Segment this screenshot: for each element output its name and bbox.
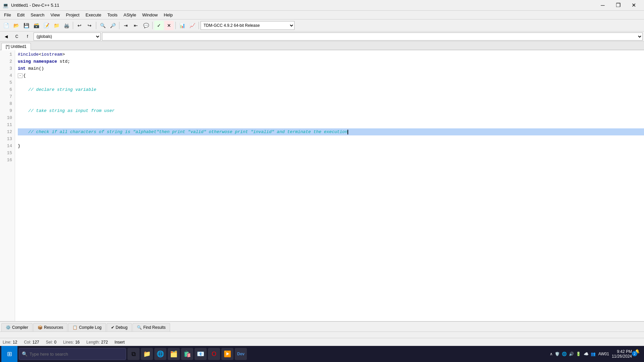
- compiler-select[interactable]: TDM-GCC 4.9.2 64-bit Release: [201, 21, 294, 30]
- log-icon: 📋: [72, 325, 77, 330]
- status-mode: Insert: [115, 340, 125, 345]
- tab-find-results[interactable]: 🔍 Find Results: [132, 323, 170, 331]
- col-value: 127: [33, 340, 39, 345]
- outlook-button[interactable]: 📧: [195, 348, 207, 360]
- files-button[interactable]: 🗂️: [168, 348, 180, 360]
- minimize-button[interactable]: ─: [595, 0, 610, 11]
- status-bar: Line: 12 Col: 127 Sel: 0 Lines: 16 Lengt…: [0, 338, 644, 346]
- save-all-button[interactable]: 🗃️: [32, 21, 41, 30]
- store-button[interactable]: 🛍️: [181, 348, 193, 360]
- start-button[interactable]: ⊞: [1, 346, 17, 362]
- menu-view[interactable]: View: [48, 12, 63, 18]
- ln-13: 13: [3, 135, 12, 142]
- new-button[interactable]: 📄: [1, 21, 11, 30]
- col-label: Col:: [24, 340, 31, 345]
- time-block[interactable]: 9:42 PM 11/26/2024: [612, 349, 632, 359]
- scope-select[interactable]: (globals): [34, 33, 101, 41]
- unindent-button[interactable]: ⇤: [131, 21, 141, 30]
- tab-compiler[interactable]: ⚙️ Compiler: [1, 323, 33, 331]
- ln-16: 16: [3, 157, 12, 164]
- code-text: }: [18, 142, 20, 149]
- media-button[interactable]: ▶️: [221, 348, 233, 360]
- indent-button[interactable]: ⇥: [121, 21, 130, 30]
- menu-file[interactable]: File: [1, 12, 14, 18]
- menu-tools[interactable]: Tools: [105, 12, 120, 18]
- explorer-button[interactable]: 📁: [141, 348, 153, 360]
- bottom-tabs: ⚙️ Compiler 📦 Resources 📋 Compile Log ✔ …: [0, 322, 644, 332]
- project-open-button[interactable]: 📁: [52, 21, 61, 30]
- code-text: #include: [18, 51, 39, 58]
- restore-button[interactable]: ❐: [610, 0, 626, 11]
- code-text: std;: [57, 58, 70, 65]
- tab-find-results-label: Find Results: [143, 325, 166, 330]
- opera-button[interactable]: O: [208, 348, 220, 360]
- lines-value: 16: [75, 340, 79, 345]
- search-button[interactable]: 🔍: [98, 21, 107, 30]
- toolbar-sep-5: [175, 22, 176, 29]
- menu-project[interactable]: Project: [63, 12, 82, 18]
- open-button[interactable]: 📂: [11, 21, 21, 30]
- length-label: Length:: [87, 340, 100, 345]
- nav-class-btn[interactable]: C: [12, 32, 21, 41]
- debug-icon: ✔: [111, 325, 114, 330]
- save-button[interactable]: 💾: [21, 21, 31, 30]
- title-bar-left: 💻 Untitled1 - Dev-C++ 5.11: [3, 3, 59, 8]
- line-value: 12: [13, 340, 17, 345]
- toggle-comment-button[interactable]: 💬: [141, 21, 151, 30]
- print-button[interactable]: 🖨️: [62, 21, 71, 30]
- redo-button[interactable]: ↪: [85, 21, 94, 30]
- toolbar-sep-6: [199, 22, 199, 29]
- menu-search[interactable]: Search: [28, 12, 47, 18]
- onedrive-icon: ☁️: [584, 352, 589, 356]
- undo-button[interactable]: ↩: [75, 21, 84, 30]
- app-icon: 💻: [3, 3, 8, 8]
- main-toolbar: 📄 📂 💾 🗃️ 📝 📁 🖨️ ↩ ↪ 🔍 🔎 ⇥ ⇤ 💬 ✓ ✕ 📊 📈 TD…: [0, 19, 644, 32]
- tab-resources[interactable]: 📦 Resources: [33, 323, 67, 331]
- close-button[interactable]: ✕: [626, 0, 641, 11]
- chart-button[interactable]: 📊: [177, 21, 187, 30]
- taskbar: ⊞ 🔍 ⧉ 📁 🌐 🗂️ 🛍️ 📧 O ▶️ Dev ∧ 🛡️ 🌐 🔊 🔋 ☁️…: [0, 346, 644, 362]
- speaker-icon[interactable]: 🔊: [569, 352, 574, 356]
- edge-button[interactable]: 🌐: [154, 348, 166, 360]
- symbol-select[interactable]: [102, 33, 643, 41]
- tab-debug[interactable]: ✔ Debug: [107, 323, 132, 331]
- code-text: // check if all characters of string is …: [18, 128, 347, 135]
- sel-value: 0: [54, 340, 56, 345]
- tab-untitled1[interactable]: [*] Untitled1: [1, 43, 31, 50]
- ln-7: 7: [3, 93, 12, 100]
- text-cursor: [347, 130, 348, 134]
- devcpp-button[interactable]: Dev: [235, 348, 247, 360]
- menu-astyle[interactable]: AStyle: [121, 12, 139, 18]
- notification-badge: 2: [632, 351, 637, 356]
- code-line-10: [18, 114, 644, 121]
- replace-button[interactable]: 🔎: [108, 21, 117, 30]
- tab-compile-log[interactable]: 📋 Compile Log: [68, 323, 106, 331]
- code-editor[interactable]: #include<iostream> using namespace std; …: [15, 50, 644, 321]
- nav-back-btn[interactable]: ◀: [1, 32, 11, 41]
- nav-func-btn[interactable]: f: [23, 32, 32, 41]
- taskbar-search-input[interactable]: [30, 352, 123, 357]
- toolbar-sep-4: [152, 22, 153, 29]
- status-col: Col: 127: [24, 340, 39, 345]
- code-line-14: }: [18, 142, 644, 149]
- taskbar-search-box[interactable]: 🔍: [19, 348, 126, 360]
- chevron-icon[interactable]: ∧: [550, 352, 553, 356]
- project-new-button[interactable]: 📝: [42, 21, 51, 30]
- menu-bar: File Edit Search View Project Execute To…: [0, 11, 644, 19]
- compile-button[interactable]: ✓: [154, 21, 164, 30]
- debug-chart-button[interactable]: 📈: [187, 21, 197, 30]
- ln-15: 15: [3, 149, 12, 157]
- fold-button-4[interactable]: -: [18, 73, 22, 78]
- menu-help[interactable]: Help: [161, 12, 175, 18]
- line-label: Line:: [3, 340, 11, 345]
- code-text: <: [39, 51, 41, 58]
- menu-edit[interactable]: Edit: [14, 12, 27, 18]
- window-title: Untitled1 - Dev-C++ 5.11: [11, 3, 59, 8]
- menu-window[interactable]: Window: [140, 12, 160, 18]
- stop-button[interactable]: ✕: [164, 21, 174, 30]
- notification-area[interactable]: 🔔 2: [635, 349, 640, 359]
- taskbar-right: ∧ 🛡️ 🌐 🔊 🔋 ☁️ 👥 AW01 9:42 PM 11/26/2024 …: [550, 349, 643, 359]
- taskview-button[interactable]: ⧉: [127, 348, 140, 360]
- status-lines: Lines: 16: [63, 340, 79, 345]
- menu-execute[interactable]: Execute: [83, 12, 104, 18]
